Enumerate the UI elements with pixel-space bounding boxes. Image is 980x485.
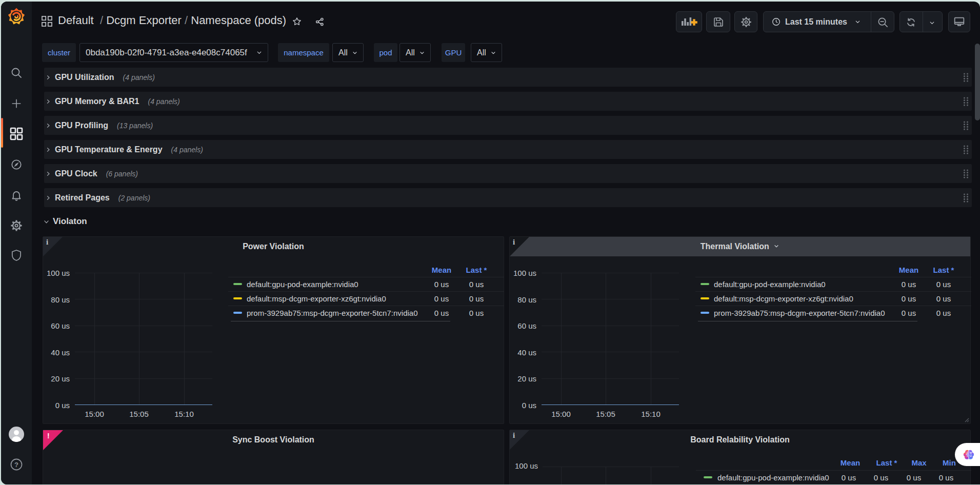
svg-text:?: ? xyxy=(14,461,18,469)
